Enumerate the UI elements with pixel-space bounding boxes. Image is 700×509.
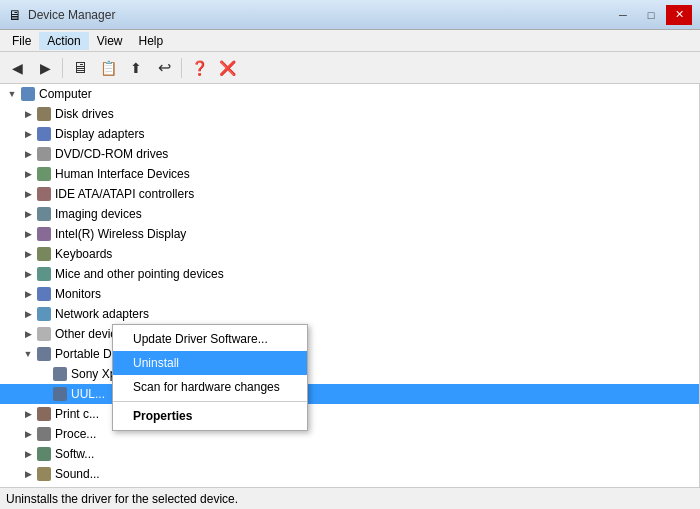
tree-label-dvd-cd: DVD/CD-ROM drives (55, 147, 168, 161)
svg-rect-1 (37, 107, 51, 121)
expander-hid[interactable]: ▶ (20, 166, 36, 182)
device-icon-disk-drives (36, 106, 52, 122)
ctx-item-properties[interactable]: Properties (113, 404, 307, 428)
expander-keyboards[interactable]: ▶ (20, 246, 36, 262)
expander-display-adapters[interactable]: ▶ (20, 126, 36, 142)
back-button[interactable]: ◀ (4, 55, 30, 81)
tree-item-process[interactable]: ▶ Proce... (0, 424, 699, 444)
tree-item-imaging[interactable]: ▶ Imaging devices (0, 204, 699, 224)
svg-rect-0 (21, 87, 35, 101)
tree-item-portable[interactable]: ▼ Portable Devices (0, 344, 699, 364)
tree-item-dvd-cd[interactable]: ▶ DVD/CD-ROM drives (0, 144, 699, 164)
expander-network[interactable]: ▶ (20, 306, 36, 322)
svg-rect-15 (53, 387, 67, 401)
device-icon-keyboards (36, 246, 52, 262)
status-text: Uninstalls the driver for the selected d… (6, 492, 238, 506)
expander-disk-drives[interactable]: ▶ (20, 106, 36, 122)
svg-rect-16 (37, 407, 51, 421)
tree-item-sound[interactable]: ▶ Sound... (0, 464, 699, 484)
device-icon-software (36, 446, 52, 462)
tree-item-keyboards[interactable]: ▶ Keyboards (0, 244, 699, 264)
expander-dvd-cd[interactable]: ▶ (20, 146, 36, 162)
svg-rect-11 (37, 307, 51, 321)
expander-print[interactable]: ▶ (20, 406, 36, 422)
ctx-item-scan[interactable]: Scan for hardware changes (113, 375, 307, 399)
tree-item-print[interactable]: ▶ Print c... (0, 404, 699, 424)
tree-item-display-adapters[interactable]: ▶ Display adapters (0, 124, 699, 144)
expander-monitors[interactable]: ▶ (20, 286, 36, 302)
tree-label-imaging: Imaging devices (55, 207, 142, 221)
expander-imaging[interactable]: ▶ (20, 206, 36, 222)
menu-view[interactable]: View (89, 32, 131, 50)
close-button[interactable]: ✕ (666, 5, 692, 25)
tree-label-network: Network adapters (55, 307, 149, 321)
title-bar: 🖥 Device Manager ─ □ ✕ (0, 0, 700, 30)
tree-item-uul[interactable]: UUL... (0, 384, 699, 404)
tree-item-computer[interactable]: ▼ Computer (0, 84, 699, 104)
menu-file[interactable]: File (4, 32, 39, 50)
expander-process[interactable]: ▶ (20, 426, 36, 442)
device-icon-process (36, 426, 52, 442)
scan-button[interactable]: ↩ (151, 55, 177, 81)
expander-portable[interactable]: ▼ (20, 346, 36, 362)
tree-label-sound: Sound... (55, 467, 100, 481)
forward-button[interactable]: ▶ (32, 55, 58, 81)
device-tree[interactable]: ▼ Computer▶ Disk drives▶ Display adapter… (0, 84, 700, 487)
device-icon-dvd-cd (36, 146, 52, 162)
expander-software[interactable]: ▶ (20, 446, 36, 462)
expander-uul[interactable] (36, 386, 52, 402)
tree-label-software: Softw... (55, 447, 94, 461)
maximize-button[interactable]: □ (638, 5, 664, 25)
device-icon-mice (36, 266, 52, 282)
uninstall-button[interactable]: ⬆ (123, 55, 149, 81)
tree-item-wireless-display[interactable]: ▶ Intel(R) Wireless Display (0, 224, 699, 244)
expander-mice[interactable]: ▶ (20, 266, 36, 282)
svg-rect-17 (37, 427, 51, 441)
svg-rect-7 (37, 227, 51, 241)
update-driver-button[interactable]: 📋 (95, 55, 121, 81)
tree-item-ide[interactable]: ▶ IDE ATA/ATAPI controllers (0, 184, 699, 204)
tree-item-hid[interactable]: ▶ Human Interface Devices (0, 164, 699, 184)
expander-ide[interactable]: ▶ (20, 186, 36, 202)
expander-wireless-display[interactable]: ▶ (20, 226, 36, 242)
tree-label-process: Proce... (55, 427, 96, 441)
help-button[interactable]: ❓ (186, 55, 212, 81)
tree-label-print: Print c... (55, 407, 99, 421)
tree-item-other[interactable]: ▶ Other devices (0, 324, 699, 344)
properties-button[interactable]: 🖥 (67, 55, 93, 81)
status-bar: Uninstalls the driver for the selected d… (0, 487, 700, 509)
tree-label-monitors: Monitors (55, 287, 101, 301)
tree-label-wireless-display: Intel(R) Wireless Display (55, 227, 186, 241)
tree-item-network[interactable]: ▶ Network adapters (0, 304, 699, 324)
tree-label-uul: UUL... (71, 387, 105, 401)
expander-sound[interactable]: ▶ (20, 466, 36, 482)
tree-item-monitors[interactable]: ▶ Monitors (0, 284, 699, 304)
tree-item-software[interactable]: ▶ Softw... (0, 444, 699, 464)
tree-item-disk-drives[interactable]: ▶ Disk drives (0, 104, 699, 124)
tree-item-storage[interactable]: ▶ Storage... (0, 484, 699, 487)
toolbar: ◀ ▶ 🖥 📋 ⬆ ↩ ❓ ❌ (0, 52, 700, 84)
expander-sony[interactable] (36, 366, 52, 382)
svg-rect-10 (37, 287, 51, 301)
expander-computer[interactable]: ▼ (4, 86, 20, 102)
context-menu: Update Driver Software...UninstallScan f… (112, 324, 308, 431)
device-icon-display-adapters (36, 126, 52, 142)
tree-item-sony[interactable]: Sony Xperia J (0, 364, 699, 384)
menu-help[interactable]: Help (131, 32, 172, 50)
ctx-item-update-driver[interactable]: Update Driver Software... (113, 327, 307, 351)
tree-label-disk-drives: Disk drives (55, 107, 114, 121)
tree-label-hid: Human Interface Devices (55, 167, 190, 181)
ctx-item-uninstall[interactable]: Uninstall (113, 351, 307, 375)
expander-other[interactable]: ▶ (20, 326, 36, 342)
device-icon-uul (52, 386, 68, 402)
toolbar-separator-2 (181, 58, 182, 78)
minimize-button[interactable]: ─ (610, 5, 636, 25)
menu-action[interactable]: Action (39, 32, 88, 50)
tree-label-mice: Mice and other pointing devices (55, 267, 224, 281)
expander-storage[interactable]: ▶ (20, 486, 36, 487)
svg-rect-5 (37, 187, 51, 201)
tree-item-mice[interactable]: ▶ Mice and other pointing devices (0, 264, 699, 284)
cancel-button[interactable]: ❌ (214, 55, 240, 81)
svg-rect-18 (37, 447, 51, 461)
menu-bar: File Action View Help (0, 30, 700, 52)
